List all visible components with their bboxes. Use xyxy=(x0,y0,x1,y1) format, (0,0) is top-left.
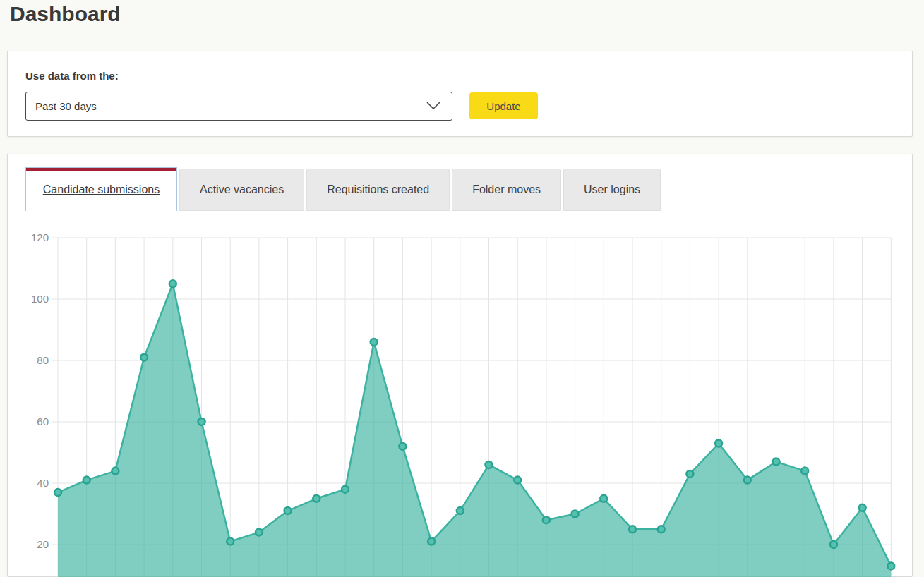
data-point-marker xyxy=(629,526,636,533)
data-point-marker xyxy=(830,541,837,548)
y-axis-tick-label: 60 xyxy=(37,415,49,427)
y-axis-tick-label: 80 xyxy=(37,354,49,366)
filter-panel: Use data from the: Past 30 days Update xyxy=(7,51,913,137)
chevron-down-icon xyxy=(426,102,440,110)
data-point-marker xyxy=(112,468,119,475)
data-point-marker xyxy=(514,477,521,484)
active-tab-accent-bar xyxy=(26,168,176,171)
data-point-marker xyxy=(227,538,234,545)
tab-requisitions-created[interactable]: Requisitions created xyxy=(306,169,450,211)
area-chart: 20406080100120 xyxy=(8,226,913,577)
data-point-marker xyxy=(54,489,61,496)
tab-user-logins[interactable]: User logins xyxy=(563,169,661,211)
data-point-marker xyxy=(169,280,176,287)
tab-candidate-submissions[interactable]: Candidate submissions xyxy=(25,167,177,211)
data-point-marker xyxy=(859,504,866,511)
date-range-value: Past 30 days xyxy=(26,100,97,112)
tab-label: Candidate submissions xyxy=(43,183,160,196)
data-point-marker xyxy=(600,495,607,502)
filter-label: Use data from the: xyxy=(25,70,912,82)
chart-panel: Candidate submissionsActive vacanciesReq… xyxy=(7,154,913,577)
data-point-marker xyxy=(486,461,493,468)
data-point-marker xyxy=(371,339,378,346)
tab-label: Requisitions created xyxy=(327,183,429,196)
y-axis-tick-label: 120 xyxy=(31,231,49,243)
data-point-marker xyxy=(399,443,406,450)
data-point-marker xyxy=(140,354,148,361)
data-point-marker xyxy=(313,495,320,502)
data-point-marker xyxy=(83,477,90,484)
date-range-dropdown[interactable]: Past 30 days xyxy=(25,92,452,121)
data-point-marker xyxy=(284,507,292,514)
y-axis-tick-label: 40 xyxy=(37,477,49,489)
data-point-marker xyxy=(428,538,435,545)
data-point-marker xyxy=(744,477,751,484)
data-point-marker xyxy=(572,511,579,518)
page-title: Dashboard xyxy=(10,0,924,28)
data-point-marker xyxy=(256,529,263,536)
tab-folder-moves[interactable]: Folder moves xyxy=(452,169,561,211)
y-axis-tick-label: 20 xyxy=(37,538,49,550)
tab-active-vacancies[interactable]: Active vacancies xyxy=(179,169,304,211)
data-point-marker xyxy=(715,440,722,447)
data-point-marker xyxy=(801,468,808,475)
tabs: Candidate submissionsActive vacanciesReq… xyxy=(25,167,912,221)
data-point-marker xyxy=(457,507,464,514)
y-axis-tick-label: 100 xyxy=(31,293,49,305)
data-point-marker xyxy=(543,516,550,523)
series-area-fill xyxy=(58,284,891,577)
update-button[interactable]: Update xyxy=(469,92,538,119)
tab-label: Folder moves xyxy=(472,183,541,196)
data-point-marker xyxy=(773,458,780,466)
data-point-marker xyxy=(342,486,349,493)
data-point-marker xyxy=(658,526,665,533)
tab-label: User logins xyxy=(584,183,640,196)
tab-label: Active vacancies xyxy=(200,183,284,196)
data-point-marker xyxy=(198,418,205,425)
data-point-marker xyxy=(686,470,693,478)
data-point-marker xyxy=(887,562,894,569)
